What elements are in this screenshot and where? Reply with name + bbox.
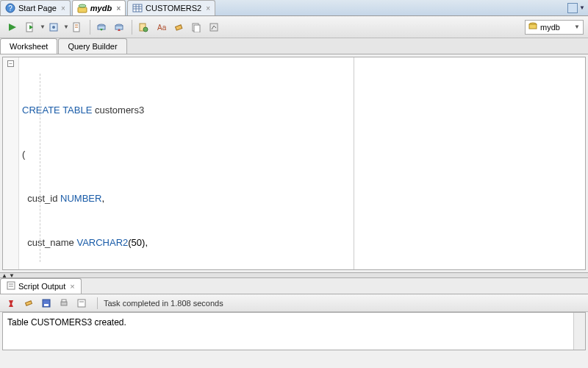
save-output-button[interactable]: [38, 295, 54, 311]
connection-label: mydb: [540, 23, 560, 32]
help-icon: ?: [5, 3, 15, 13]
worksheet-tabs: Worksheet Query Builder: [0, 38, 588, 54]
db-sql-icon: [77, 3, 87, 13]
svg-rect-30: [7, 282, 15, 289]
fold-icon[interactable]: −: [7, 60, 14, 67]
svg-rect-26: [194, 25, 200, 32]
status-text: Task completed in 1.808 seconds: [104, 299, 223, 308]
file-tabs: ? Start Page × mydb × CUSTOMERS2 × ▼: [0, 0, 588, 16]
separator: [132, 20, 132, 35]
svg-rect-4: [133, 4, 142, 12]
clear-output-button[interactable]: [21, 295, 37, 311]
tab-customers2[interactable]: CUSTOMERS2 ×: [127, 0, 215, 15]
script-icon: [7, 281, 15, 291]
svg-rect-35: [44, 304, 49, 306]
commit-button[interactable]: [93, 19, 110, 35]
output-toolbar: Task completed in 1.808 seconds: [0, 294, 588, 312]
editor-gutter: −: [3, 57, 19, 269]
tab-label: Script Output: [18, 282, 65, 291]
editor-secondary-pane: [354, 57, 585, 269]
close-icon[interactable]: ×: [61, 4, 65, 13]
print-button[interactable]: [56, 295, 72, 311]
separator: [90, 20, 90, 35]
run-button[interactable]: [4, 19, 21, 35]
close-icon[interactable]: ×: [116, 4, 121, 13]
sql-toolbar: ▼ ▼ Aa mydb ▼: [0, 16, 588, 38]
tab-label: mydb: [90, 4, 112, 13]
history-button[interactable]: [188, 19, 204, 35]
tab-mydb[interactable]: mydb ×: [72, 0, 126, 15]
svg-rect-37: [62, 300, 66, 302]
close-icon[interactable]: ×: [206, 4, 210, 13]
svg-text:?: ?: [8, 4, 12, 13]
svg-rect-36: [61, 302, 67, 305]
tab-query-builder[interactable]: Query Builder: [58, 38, 126, 54]
chevron-down-icon: ▼: [574, 24, 580, 30]
code-area[interactable]: CREATE TABLE customers3 ( cust_id NUMBER…: [19, 57, 354, 269]
indent-guide: [40, 74, 40, 262]
svg-marker-9: [9, 24, 16, 31]
chevron-down-icon[interactable]: ▼: [63, 24, 69, 30]
to-upper-button[interactable]: Aa: [153, 19, 169, 35]
output-tabs: Script Output ×: [0, 278, 588, 294]
tab-start-page[interactable]: ? Start Page ×: [0, 0, 71, 15]
window-controls: ▼: [567, 0, 588, 15]
run-script-button[interactable]: [22, 19, 38, 35]
scrollbar[interactable]: [573, 313, 585, 350]
explain-plan-button[interactable]: [46, 19, 62, 35]
connection-selector[interactable]: mydb ▼: [525, 20, 584, 35]
tab-script-output[interactable]: Script Output ×: [0, 278, 82, 294]
tab-label: CUSTOMERS2: [146, 4, 201, 13]
tab-label: Start Page: [18, 4, 57, 13]
chevron-down-icon[interactable]: ▼: [579, 4, 585, 11]
svg-text:Aa: Aa: [157, 24, 166, 32]
chevron-down-icon[interactable]: ▼: [40, 24, 46, 30]
svg-point-13: [52, 26, 55, 29]
output-body: Table CUSTOMERS3 created.: [2, 312, 586, 350]
svg-point-3: [79, 4, 86, 7]
sql-tuning-button[interactable]: [206, 19, 222, 35]
svg-point-22: [143, 27, 148, 32]
svg-rect-2: [78, 7, 87, 13]
rollback-button[interactable]: [111, 19, 127, 35]
separator: [97, 297, 98, 309]
pin-button[interactable]: [3, 295, 19, 311]
svg-rect-24: [175, 24, 182, 29]
buffer-button[interactable]: [74, 295, 90, 311]
svg-rect-27: [210, 24, 218, 31]
svg-rect-29: [529, 24, 537, 29]
svg-rect-38: [78, 300, 85, 307]
output-text: Table CUSTOMERS3 created.: [7, 317, 126, 328]
db-icon: [528, 22, 537, 32]
clear-button[interactable]: [171, 19, 187, 35]
resize-handle[interactable]: ▲▼: [0, 272, 588, 278]
unshared-button[interactable]: [135, 19, 151, 35]
close-icon[interactable]: ×: [70, 282, 74, 291]
tab-worksheet[interactable]: Worksheet: [0, 38, 57, 54]
sql-editor[interactable]: − CREATE TABLE customers3 ( cust_id NUMB…: [2, 57, 586, 270]
maximize-icon[interactable]: [567, 3, 578, 13]
table-icon: [132, 3, 143, 13]
svg-rect-33: [26, 300, 32, 305]
autotrace-button[interactable]: [69, 19, 85, 35]
